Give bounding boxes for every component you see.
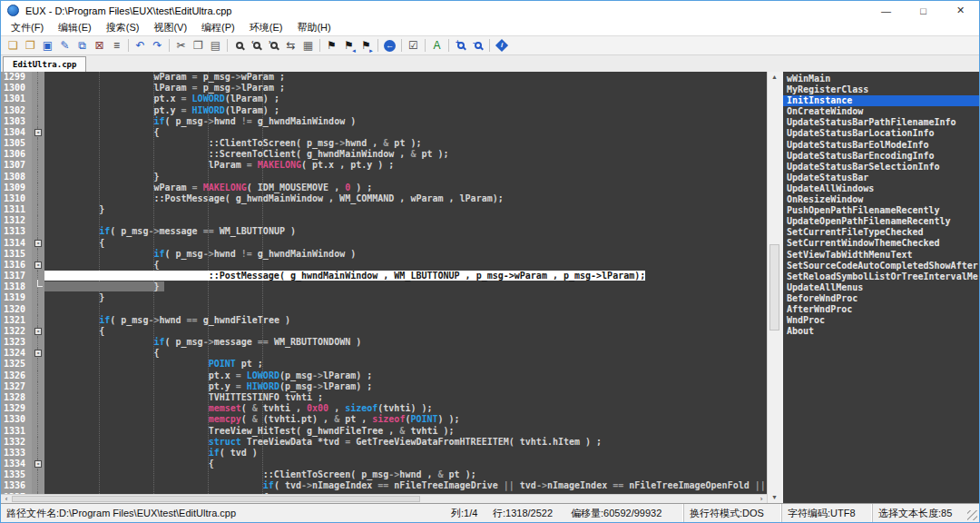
paste-icon[interactable]: ▤ (207, 37, 224, 54)
zoom-in-icon[interactable]: + (452, 37, 469, 54)
code-editor[interactable]: 1299 wParam = p_msg->wParam ;1300 lParam… (1, 72, 767, 503)
fold-marker-icon[interactable]: - (34, 129, 42, 136)
fold-margin[interactable] (32, 83, 44, 94)
todo-list-icon[interactable]: ☑ (405, 37, 422, 54)
line-number[interactable]: 1326 (1, 370, 32, 381)
function-list-item[interactable]: UpdateStatusBarEolModeInfo (783, 140, 980, 151)
code-line[interactable]: 1304- { (1, 127, 767, 138)
navigate-back-icon[interactable]: ← (381, 37, 398, 54)
fold-marker-icon[interactable]: - (34, 460, 42, 468)
code-line[interactable]: 1328 TVHITTESTINFO tvhti ; (1, 392, 767, 403)
code-line[interactable]: 1316- { (1, 260, 767, 271)
fold-margin[interactable] (32, 281, 44, 292)
menu-item-file[interactable]: 文件(F) (4, 21, 51, 35)
line-number[interactable]: 1311 (1, 204, 32, 215)
line-number[interactable]: 1307 (1, 160, 32, 171)
tab-editultra-cpp[interactable]: EditUltra.cpp (3, 56, 86, 72)
code-line[interactable]: 1337 { (1, 492, 767, 494)
scroll-down-icon[interactable]: ▼ (768, 492, 781, 503)
fold-margin[interactable] (32, 160, 44, 171)
line-number[interactable]: 1313 (1, 226, 32, 237)
copy-icon[interactable]: ❐ (190, 37, 207, 54)
line-number[interactable]: 1327 (1, 381, 32, 392)
line-number[interactable]: 1310 (1, 193, 32, 204)
find-icon[interactable] (230, 37, 248, 54)
fold-margin[interactable] (32, 315, 44, 326)
function-list-item[interactable]: SetSourceCodeAutoCompletedShowAfter (783, 261, 980, 271)
function-list-item[interactable]: PushOpenPathFilenameRecently (783, 205, 980, 216)
fold-margin[interactable]: - (32, 326, 44, 337)
fold-margin[interactable] (32, 392, 44, 403)
code-line[interactable]: 1324- { (1, 348, 767, 359)
resize-grip-icon[interactable] (967, 510, 977, 520)
code-line[interactable]: 1327 pt.y = HIWORD(p_msg->lParam) ; (1, 381, 767, 392)
code-line[interactable]: 1314- { (1, 238, 767, 249)
line-number[interactable]: 1332 (1, 437, 32, 448)
fold-margin[interactable] (32, 292, 44, 303)
code-line[interactable]: 1325 POINT pt ; (1, 359, 767, 370)
fold-margin[interactable] (32, 116, 44, 127)
function-list[interactable]: wWinMainMyRegisterClassInitInstanceOnCre… (781, 72, 980, 503)
line-number[interactable]: 1301 (1, 94, 32, 104)
save-all-files-icon[interactable]: ⧉ (74, 37, 91, 54)
fold-margin[interactable] (32, 492, 44, 494)
line-number[interactable]: 1323 (1, 337, 32, 348)
code-line[interactable]: 1331 TreeView_HitTest( g_hwndFileTree , … (1, 426, 767, 437)
code-line[interactable]: 1300 lParam = p_msg->lParam ; (1, 83, 767, 94)
function-list-item[interactable]: UpdateStatusBarPathFilenameInfo (783, 117, 980, 128)
code-line[interactable]: 1321 if( p_msg->hwnd == g_hwndFileTree ) (1, 315, 767, 326)
line-number[interactable]: 1325 (1, 359, 32, 370)
code-line[interactable]: 1305 ::ClientToScreen( p_msg->hwnd , & p… (1, 138, 767, 149)
function-list-item[interactable]: OnResizeWindow (783, 194, 980, 205)
code-line[interactable]: 1323 if( p_msg->message == WM_RBUTTONDOW… (1, 337, 767, 348)
fold-margin[interactable] (32, 249, 44, 260)
fold-margin[interactable] (32, 193, 44, 204)
replace-in-files-icon[interactable]: ▦ (299, 37, 317, 54)
menu-item-search[interactable]: 搜索(S) (99, 21, 147, 35)
line-number[interactable]: 1319 (1, 292, 32, 303)
line-number[interactable]: 1315 (1, 249, 32, 260)
fold-margin[interactable] (32, 370, 44, 381)
fold-margin[interactable] (32, 359, 44, 370)
code-line[interactable]: 1335 ::ClientToScreen( p_msg->hwnd , & p… (1, 469, 767, 480)
function-list-item[interactable]: AfterWndProc (783, 304, 980, 315)
menu-item-program[interactable]: 编程(P) (194, 21, 242, 35)
fold-margin[interactable] (32, 149, 44, 160)
scroll-right-icon[interactable]: › (756, 495, 767, 503)
about-icon[interactable]: i (493, 37, 510, 54)
code-line[interactable]: 1333 if( tvd ) (1, 448, 767, 459)
fold-margin[interactable] (32, 138, 44, 149)
code-line[interactable]: 1303 if( p_msg->hwnd != g_hwndMainWindow… (1, 116, 767, 127)
line-number[interactable]: 1336 (1, 480, 32, 491)
code-line[interactable]: 1320 (1, 304, 767, 315)
line-number[interactable]: 1308 (1, 172, 32, 183)
menu-item-help[interactable]: 帮助(H) (289, 21, 338, 35)
fold-marker-icon[interactable]: - (34, 240, 42, 247)
horizontal-scrollbar[interactable]: ‹ › (1, 494, 767, 503)
line-number[interactable]: 1333 (1, 448, 32, 459)
line-number[interactable]: 1318 (1, 281, 32, 292)
code-line[interactable]: 1315 if( p_msg->hwnd != g_hwndMainWindow… (1, 249, 767, 260)
line-number[interactable]: 1304 (1, 127, 32, 138)
line-number[interactable]: 1320 (1, 304, 32, 315)
line-number[interactable]: 1334 (1, 459, 32, 469)
code-line[interactable]: 1306 ::ScreenToClient( g_hwndMainWindow … (1, 149, 767, 160)
code-line[interactable]: 1329 memset( & tvhti , 0x00 , sizeof(tvh… (1, 403, 767, 414)
vertical-scrollbar-thumb[interactable] (769, 244, 779, 331)
line-number[interactable]: 1316 (1, 260, 32, 271)
code-line[interactable]: 1334- { (1, 459, 767, 469)
function-list-item[interactable]: UpdateStatusBar (783, 173, 980, 183)
code-line[interactable]: 1308 } (1, 172, 767, 183)
menu-item-edit[interactable]: 编辑(E) (51, 21, 99, 35)
fold-margin[interactable] (32, 183, 44, 193)
code-line[interactable]: 1311 } (1, 204, 767, 215)
function-list-item[interactable]: BeforeWndProc (783, 293, 980, 304)
code-line[interactable]: 1326 pt.x = LOWORD(p_msg->lParam) ; (1, 370, 767, 381)
code-line[interactable]: 1309 wParam = MAKELONG( IDM_MOUSEMOVE , … (1, 183, 767, 193)
line-number[interactable]: 1306 (1, 149, 32, 160)
fold-margin[interactable] (32, 437, 44, 448)
function-list-item[interactable]: UpdateStatusBarLocationInfo (783, 128, 980, 139)
code-line[interactable]: 1318 } (1, 281, 767, 292)
function-list-item[interactable]: UpdateAllWindows (783, 183, 980, 194)
fold-margin[interactable] (32, 469, 44, 480)
